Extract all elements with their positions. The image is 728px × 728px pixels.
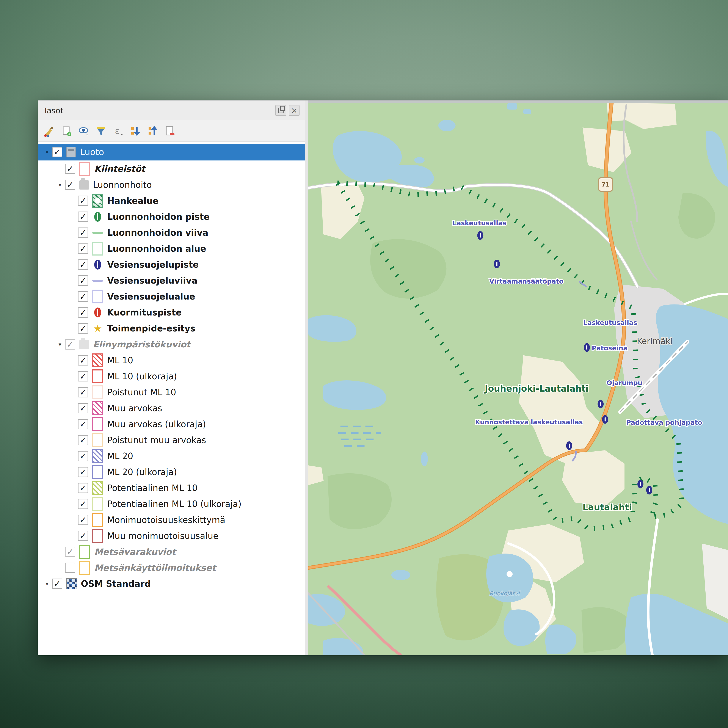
layer-row[interactable]: ▾✓Luonnonhoito (38, 177, 305, 193)
layer-checkbox[interactable]: ✓ (65, 547, 75, 557)
open-layer-styling-button[interactable] (43, 125, 55, 137)
layer-row[interactable]: ✓Metsävarakuviot (38, 544, 305, 560)
layer-row[interactable]: ▾✓Elinympäristökuviot (38, 336, 305, 352)
remove-layer-button[interactable] (164, 125, 176, 137)
layer-row[interactable]: ✓Vesiensuojelualue (38, 289, 305, 304)
layer-row[interactable]: ✓ML 10 (38, 352, 305, 368)
layer-checkbox[interactable]: ✓ (65, 180, 75, 190)
layer-row[interactable]: ✓Kuormituspiste (38, 304, 305, 320)
layer-row[interactable]: ✓ML 10 (ulkoraja) (38, 368, 305, 384)
layer-checkbox[interactable]: ✓ (78, 499, 88, 509)
vesiensuojelu-point-marker (494, 260, 500, 268)
layer-row[interactable]: ✓Potentiaalinen ML 10 (ulkoraja) (38, 496, 305, 512)
layer-row[interactable]: Metsänkäyttöilmoitukset (38, 560, 305, 576)
expand-arrow-icon[interactable]: ▾ (55, 341, 65, 348)
layer-checkbox[interactable]: ✓ (78, 531, 88, 541)
layer-checkbox[interactable]: ✓ (78, 307, 88, 318)
layer-row[interactable]: ✓Poistunut ML 10 (38, 384, 305, 400)
layer-row[interactable]: ✓ML 20 (ulkoraja) (38, 464, 305, 480)
panel-title: Tasot (43, 106, 273, 115)
layers-panel: Tasot × ε ▾✓Luoto✓Kiinteistöt▾✓Luonnonho… (38, 101, 308, 655)
layer-checkbox[interactable]: ✓ (65, 339, 75, 350)
close-icon: × (291, 107, 297, 114)
layer-checkbox[interactable]: ✓ (78, 196, 88, 206)
layer-checkbox[interactable]: ✓ (78, 243, 88, 254)
layer-checkbox[interactable]: ✓ (78, 467, 88, 477)
filter-legend-button[interactable] (95, 125, 107, 137)
layer-row[interactable]: ✓Muu arvokas (ulkoraja) (38, 416, 305, 432)
layer-checkbox[interactable]: ✓ (78, 291, 88, 302)
map-label: Laskeutusallas (453, 219, 506, 227)
layer-label: Kiinteistöt (94, 164, 145, 174)
add-group-button[interactable] (60, 125, 73, 137)
layer-label: Metsänkäyttöilmoitukset (94, 563, 216, 573)
layer-row[interactable]: ✓ML 20 (38, 448, 305, 464)
layer-row[interactable]: ✓Muu arvokas (38, 400, 305, 416)
layer-symbol-point (94, 307, 101, 317)
layer-row[interactable]: ✓Luonnonhoidon alue (38, 241, 305, 257)
layer-symbol-line (92, 232, 103, 234)
layer-symbol-rect (92, 465, 103, 479)
layer-row[interactable]: ▾✓Luoto (38, 144, 305, 161)
vesiensuojelu-point-marker (598, 400, 604, 408)
expand-all-button[interactable] (129, 125, 142, 137)
close-panel-button[interactable]: × (289, 105, 300, 116)
layer-checkbox[interactable]: ✓ (78, 435, 88, 445)
road-shield-number: 71 (602, 181, 609, 188)
layer-checkbox[interactable]: ✓ (65, 164, 75, 174)
layer-checkbox[interactable]: ✓ (78, 515, 88, 525)
layer-checkbox[interactable]: ✓ (78, 211, 88, 222)
layer-label: Hankealue (107, 196, 159, 206)
layer-symbol-rect (92, 497, 103, 511)
layer-checkbox[interactable]: ✓ (78, 419, 88, 429)
layer-row[interactable]: ✓Luonnonhoidon viiva (38, 225, 305, 241)
layer-symbol-rect (92, 433, 103, 447)
layer-symbol-rect (79, 561, 90, 575)
layer-row[interactable]: ✓Luonnonhoidon piste (38, 209, 305, 225)
layer-checkbox[interactable]: ✓ (78, 483, 88, 493)
vesiensuojelu-point-marker (584, 343, 590, 352)
layer-checkbox[interactable]: ✓ (78, 451, 88, 461)
layer-row[interactable]: ✓Hankealue (38, 193, 305, 209)
raster-layer-icon (66, 578, 77, 589)
map-svg: 71 LaskeutusallasVirtaamansäätöpatoLaske… (308, 101, 728, 655)
layer-row[interactable]: ✓★Toimenpide-esitys (38, 320, 305, 336)
map-canvas[interactable]: 71 LaskeutusallasVirtaamansäätöpatoLaske… (308, 101, 728, 655)
expand-arrow-icon[interactable]: ▾ (42, 149, 52, 155)
layer-row[interactable]: ▾✓OSM Standard (38, 576, 305, 592)
layer-symbol-hatch (92, 353, 103, 367)
layer-row[interactable]: ✓Monimuotoisuuskeskittymä (38, 512, 305, 528)
layer-row[interactable]: ✓Muu monimuotoisuusalue (38, 528, 305, 544)
manage-map-themes-button[interactable] (77, 125, 90, 137)
collapse-all-button[interactable] (147, 125, 159, 137)
undock-panel-button[interactable] (275, 105, 286, 116)
layer-label: ML 10 (ulkoraja) (107, 371, 177, 381)
layer-row[interactable]: ✓Vesiensuojelupiste (38, 257, 305, 272)
layer-row[interactable]: ✓Potentiaalinen ML 10 (38, 480, 305, 496)
filter-by-expression-button[interactable]: ε (112, 125, 124, 137)
layer-checkbox[interactable] (65, 563, 75, 573)
layer-checkbox[interactable]: ✓ (52, 578, 62, 589)
layer-checkbox[interactable]: ✓ (78, 275, 88, 286)
layer-checkbox[interactable]: ✓ (78, 371, 88, 381)
expand-arrow-icon[interactable]: ▾ (55, 182, 65, 188)
project-group-icon (66, 147, 76, 158)
layer-checkbox[interactable]: ✓ (52, 147, 62, 157)
layer-checkbox[interactable]: ✓ (78, 323, 88, 333)
map-label: Lautalahti (583, 502, 632, 512)
layer-checkbox[interactable]: ✓ (78, 403, 88, 413)
layer-checkbox[interactable]: ✓ (78, 228, 88, 238)
layer-checkbox[interactable]: ✓ (78, 259, 88, 270)
vesiensuojelu-point-marker (638, 480, 644, 488)
layer-checkbox[interactable]: ✓ (78, 355, 88, 366)
layer-label: Potentiaalinen ML 10 (ulkoraja) (107, 499, 241, 509)
svg-text:ε: ε (115, 126, 119, 136)
layer-row[interactable]: ✓Vesiensuojeluviiva (38, 272, 305, 289)
layer-checkbox[interactable]: ✓ (78, 387, 88, 398)
map-label: Kunnostettava laskeutusallas (475, 418, 583, 426)
layer-label: Poistunut muu arvokas (107, 435, 206, 445)
expand-arrow-icon[interactable]: ▾ (42, 581, 52, 587)
layer-row[interactable]: ✓Poistunut muu arvokas (38, 432, 305, 448)
layer-row[interactable]: ✓Kiinteistöt (38, 161, 305, 177)
layer-symbol-star: ★ (92, 323, 103, 333)
